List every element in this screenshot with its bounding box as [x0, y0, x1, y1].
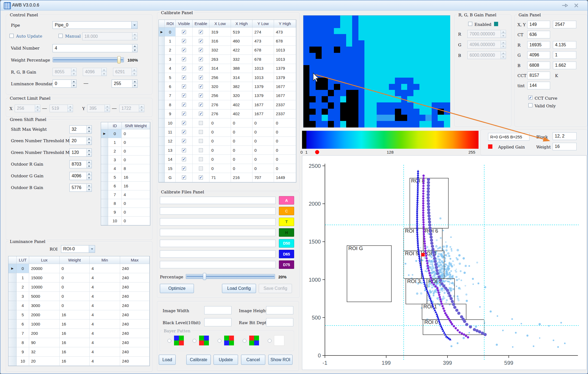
table-row[interactable]: 3500004240: [8, 292, 150, 301]
row-checkbox[interactable]: ✓: [182, 166, 186, 171]
file-path-input-A[interactable]: [160, 197, 276, 204]
row-header-cell[interactable]: [159, 164, 165, 173]
slider-handle[interactable]: [203, 273, 206, 280]
row-checkbox[interactable]: ✓: [199, 121, 203, 125]
bayer-radio-0[interactable]: [167, 339, 171, 343]
table-row[interactable]: ▶02000004240: [8, 264, 150, 273]
column-header-max[interactable]: Max: [120, 256, 150, 264]
table-row[interactable]: 8✓✓27640216772337: [159, 100, 296, 109]
row-checkbox[interactable]: ✓: [199, 166, 203, 171]
table-cell-checkbox[interactable]: ✓: [176, 173, 193, 182]
row-header-cell[interactable]: [159, 146, 165, 155]
weight-percentage-slider[interactable]: [53, 56, 124, 63]
row-header-cell[interactable]: [101, 173, 108, 182]
row-header-cell[interactable]: [8, 292, 17, 301]
show-roi-button[interactable]: Show ROI: [268, 355, 293, 365]
table-cell-checkbox[interactable]: ✓: [176, 164, 193, 173]
table-cell-checkbox[interactable]: ✓: [176, 118, 193, 127]
row-header-cell[interactable]: [101, 164, 108, 173]
row-checkbox[interactable]: ✓: [182, 175, 186, 180]
row-checkbox[interactable]: ✓: [182, 130, 186, 134]
file-path-input-D50[interactable]: [160, 240, 276, 247]
table-row[interactable]: 7✓✓25632013791677: [159, 91, 296, 100]
row-header-cell[interactable]: [101, 217, 108, 225]
table-row[interactable]: 10✓✓0000: [159, 118, 296, 127]
table-row[interactable]: 15✓✓0000: [159, 164, 296, 173]
spin-buttons[interactable]: [86, 126, 92, 133]
table-row[interactable]: 4✓✓31438810131379: [159, 64, 296, 73]
table-row[interactable]: 74: [101, 190, 150, 199]
spin-buttons[interactable]: [132, 44, 137, 52]
row-checkbox[interactable]: ✓: [199, 157, 203, 161]
table-cell-checkbox[interactable]: ✓: [193, 28, 209, 37]
table-cell-checkbox[interactable]: ✓: [176, 100, 193, 109]
row-header-cell[interactable]: [8, 282, 17, 292]
row-header-cell[interactable]: [159, 64, 165, 73]
awb-block-preview-image[interactable]: [303, 16, 450, 127]
load-config-button[interactable]: Load Config: [222, 284, 256, 293]
image-height-input[interactable]: [266, 306, 293, 314]
row-header-cell[interactable]: ▶: [8, 264, 17, 273]
table-cell-checkbox[interactable]: ✓: [193, 82, 209, 91]
table-cell-checkbox[interactable]: ✓: [176, 73, 193, 82]
row-header-cell[interactable]: [159, 127, 165, 136]
row-header-cell[interactable]: [159, 137, 165, 146]
row-checkbox[interactable]: ✓: [182, 148, 186, 152]
row-header-cell[interactable]: [101, 147, 108, 156]
spin-up-icon[interactable]: [87, 172, 92, 176]
row-header-cell[interactable]: [8, 301, 17, 310]
table-row[interactable]: 2✓✓3324226781013: [159, 46, 296, 55]
table-cell-checkbox[interactable]: ✓: [193, 118, 209, 127]
bayer-radio-3[interactable]: [243, 339, 246, 343]
table-cell-checkbox[interactable]: ✓: [176, 46, 193, 55]
table-cell-checkbox[interactable]: ✓: [193, 137, 209, 146]
row-checkbox[interactable]: ✓: [199, 93, 203, 98]
row-checkbox[interactable]: ✓: [182, 39, 186, 43]
column-header-enable[interactable]: Enable: [193, 20, 209, 28]
spin-buttons[interactable]: [86, 184, 92, 191]
table-cell-checkbox[interactable]: ✓: [193, 146, 209, 155]
row-checkbox[interactable]: ✓: [199, 30, 203, 34]
file-path-input-D75[interactable]: [160, 261, 276, 268]
row-checkbox[interactable]: ✓: [182, 30, 186, 34]
table-cell-checkbox[interactable]: ✓: [193, 37, 209, 45]
green-shift-field-spinbox[interactable]: 120: [69, 148, 92, 157]
table-row[interactable]: 14✓✓0000: [159, 155, 296, 164]
green-shift-field-spinbox[interactable]: 8703: [69, 160, 92, 168]
table-cell-checkbox[interactable]: ✓: [176, 55, 193, 64]
file-path-input-H[interactable]: [160, 229, 276, 236]
auto-update-checkbox[interactable]: ✓: [10, 34, 14, 38]
slider-track[interactable]: [53, 57, 124, 62]
table-row[interactable]: 100: [101, 217, 150, 225]
file-load-button-D75[interactable]: D75: [279, 260, 294, 269]
table-row[interactable]: 61000164240: [8, 320, 150, 329]
row-header-cell[interactable]: [159, 82, 165, 91]
row-checkbox[interactable]: ✓: [182, 93, 186, 98]
load-button[interactable]: Load: [159, 355, 176, 365]
row-header-cell[interactable]: [159, 91, 165, 100]
row-header-cell[interactable]: [159, 100, 165, 109]
table-cell-checkbox[interactable]: ✓: [176, 91, 193, 100]
spin-up-icon[interactable]: [132, 44, 137, 48]
slider-handle[interactable]: [117, 56, 121, 63]
table-row[interactable]: 932164240: [8, 347, 150, 357]
optimize-button[interactable]: Optimize: [160, 284, 194, 293]
spin-buttons[interactable]: [86, 137, 92, 145]
row-checkbox[interactable]: ✓: [182, 112, 186, 116]
table-row[interactable]: 11✓✓0000: [159, 127, 296, 136]
table-cell-checkbox[interactable]: ✓: [193, 173, 209, 182]
file-load-button-T[interactable]: T: [279, 218, 294, 226]
title-bar[interactable]: AWB V3.0.0.6: [1, 1, 587, 11]
row-header-cell[interactable]: [101, 208, 108, 217]
float-window-icon[interactable]: [561, 3, 568, 8]
file-path-input-D65[interactable]: [160, 250, 276, 258]
spin-up-icon[interactable]: [132, 80, 137, 84]
luminance-boundary-low-spinbox[interactable]: 0: [53, 80, 77, 88]
row-header-cell[interactable]: [159, 37, 165, 45]
column-header-id[interactable]: ID: [108, 122, 122, 129]
green-shift-field-spinbox[interactable]: 4096: [69, 172, 92, 180]
bayer-radio-2[interactable]: [218, 339, 221, 343]
table-row[interactable]: 13✓✓0000: [159, 146, 296, 155]
table-row[interactable]: 48: [101, 164, 150, 173]
row-header-cell[interactable]: [8, 320, 17, 329]
